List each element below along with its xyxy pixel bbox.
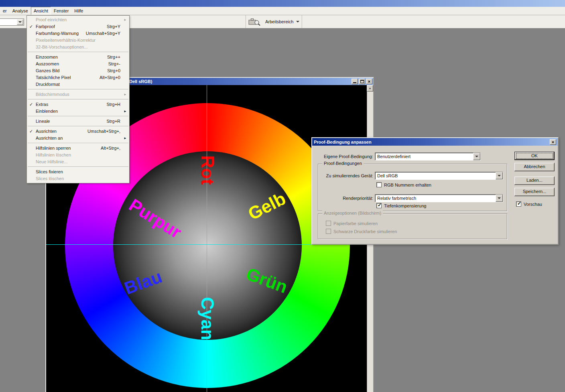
menu-item-label: Neue Hilfslinie...	[36, 159, 67, 164]
options-divider	[302, 15, 302, 28]
close-icon: ×	[366, 79, 372, 84]
rgb-numbers-row: RGB Nummern erhalten	[376, 182, 431, 187]
menu-item-label: Slices löschen	[36, 176, 64, 181]
menubar: er Analyse Ansicht Fenster Hilfe	[0, 7, 565, 15]
menu-item-lineale[interactable]: Lineale Strg+R	[27, 118, 129, 125]
preview-checkbox[interactable]	[516, 201, 521, 207]
custom-condition-select[interactable]: Benutzerdefiniert	[375, 152, 481, 160]
combo-arrow-button[interactable]	[496, 172, 503, 179]
application-titlebar[interactable]	[0, 0, 565, 7]
custom-condition-value: Benutzerdefiniert	[377, 154, 411, 159]
maximize-button[interactable]	[359, 79, 365, 84]
minimize-icon	[353, 82, 356, 83]
simulate-paper-row: Papierfarbe simulieren	[326, 221, 378, 226]
black-point-compensation-label: Tiefenkompensierung	[384, 203, 426, 208]
device-label: Zu simulierendes Gerät:	[323, 173, 373, 178]
menu-item-label: Ausrichten an	[36, 136, 63, 140]
render-intent-value: Relativ farbmetrisch	[377, 196, 416, 201]
menu-item-extras[interactable]: Extras Strg+H	[27, 101, 129, 108]
menu-item-farbumfang-warnung[interactable]: Farbumfang-Warnung Umschalt+Strg+Y	[27, 30, 129, 37]
menu-item-hilfslinien-loeschen[interactable]: Hilfslinien löschen	[27, 152, 129, 158]
menubar-item-partial[interactable]: er	[0, 7, 10, 15]
menu-item-ausrichten[interactable]: Ausrichten Umschalt+Strg+,	[27, 128, 129, 135]
guide-vertical	[207, 85, 207, 392]
render-intent-label: Renderpriorität:	[323, 196, 373, 201]
menu-item-proof-einrichten[interactable]: Proof einrichten ►	[27, 16, 129, 23]
combo-arrow-button[interactable]	[473, 153, 480, 160]
menu-item-druckformat[interactable]: Druckformat	[27, 81, 129, 88]
menu-item-shortcut: Umschalt+Strg+Y	[86, 30, 120, 37]
menubar-item-hilfe[interactable]: Hilfe	[71, 7, 86, 15]
cancel-button[interactable]: Abbrechen	[514, 163, 555, 171]
scroll-up-button[interactable]: ▲	[367, 85, 373, 91]
dialog-close-button[interactable]: ×	[550, 139, 556, 145]
menubar-item-fenster[interactable]: Fenster	[51, 7, 71, 15]
menu-item-pixelseitenverhaeltnis[interactable]: Pixelseitenverhältnis-Korrektur	[27, 37, 129, 44]
simulate-ink-checkbox	[326, 229, 331, 234]
menu-item-32bit-vorschau[interactable]: 32-Bit-Vorschauoptionen...	[27, 44, 129, 51]
simulate-ink-row: Schwarze Druckfarbe simulieren	[326, 229, 397, 234]
combo-arrow-button[interactable]	[17, 19, 23, 25]
menu-item-hilfslinien-sperren[interactable]: Hilfslinien sperren Alt+Strg+,	[27, 145, 129, 152]
black-point-compensation-checkbox[interactable]	[376, 203, 382, 208]
menu-item-slices-fixieren[interactable]: Slices fixieren	[27, 169, 129, 175]
menu-item-shortcut: Strg+Y	[107, 23, 120, 30]
menu-item-label: Tatsächliche Pixel	[36, 75, 71, 80]
preview-label: Vorschau	[524, 202, 542, 207]
device-select[interactable]: Dell sRGB	[375, 172, 503, 180]
save-button[interactable]: Speichern...	[514, 188, 555, 196]
menu-item-neue-hilfslinie[interactable]: Neue Hilfslinie...	[27, 158, 129, 165]
chevron-down-icon	[296, 21, 299, 22]
simulate-paper-label: Papierfarbe simulieren	[333, 221, 378, 226]
menu-item-slices-loeschen[interactable]: Slices löschen	[27, 175, 129, 182]
menu-item-bildschirmmodus[interactable]: Bildschirmmodus ►	[27, 91, 129, 98]
menu-item-label: Druckformat	[36, 82, 60, 87]
window-controls: ×	[352, 79, 372, 84]
menu-item-label: Einblenden	[36, 109, 58, 114]
menu-separator	[28, 116, 128, 117]
rgb-numbers-checkbox[interactable]	[376, 182, 382, 187]
menu-item-label: Auszoomen	[36, 61, 59, 66]
menu-separator	[28, 126, 128, 127]
menu-item-ganzes-bild[interactable]: Ganzes Bild Strg+0	[27, 67, 129, 74]
combo-arrow-button[interactable]	[496, 195, 503, 202]
menu-item-einzoomen[interactable]: Einzoomen Strg++	[27, 54, 129, 61]
menu-item-farbproof[interactable]: Farbproof Strg+Y	[27, 23, 129, 30]
simulate-ink-label: Schwarze Druckfarbe simulieren	[333, 229, 397, 234]
menu-item-shortcut: Strg+H	[106, 101, 120, 108]
menu-item-label: Ausrichten	[36, 129, 57, 134]
submenu-arrow-icon: ►	[124, 16, 127, 23]
submenu-arrow-icon: ►	[124, 135, 127, 142]
render-intent-select[interactable]: Relativ farbmetrisch	[375, 194, 503, 202]
minimize-button[interactable]	[352, 79, 358, 84]
device-value: Dell sRGB	[377, 173, 398, 178]
close-button[interactable]: ×	[366, 79, 372, 84]
menu-item-auszoomen[interactable]: Auszoomen Strg+-	[27, 61, 129, 67]
menu-item-label: Hilfslinien sperren	[36, 146, 71, 150]
dialog-titlebar[interactable]: Proof-Bedingung anpassen ×	[312, 138, 558, 146]
menu-item-shortcut: Strg+R	[106, 118, 120, 125]
workspace-icon	[248, 18, 260, 26]
menu-item-label: Pixelseitenverhältnis-Korrektur	[36, 38, 96, 43]
document-title: Dell sRGB)	[129, 79, 152, 84]
workspace-icon-button[interactable]	[248, 17, 261, 26]
menu-item-label: Farbproof	[36, 24, 55, 29]
menu-item-label: Farbumfang-Warnung	[36, 31, 79, 36]
menu-separator	[28, 89, 128, 90]
dialog-title: Proof-Bedingung anpassen	[314, 140, 372, 144]
simulate-paper-checkbox	[326, 221, 331, 226]
chevron-down-icon	[18, 21, 22, 23]
ok-button[interactable]: OK	[514, 152, 555, 160]
menu-item-label: Slices fixieren	[36, 169, 63, 174]
view-menu: Proof einrichten ► Farbproof Strg+Y Farb…	[26, 15, 130, 183]
load-button[interactable]: Laden...	[514, 177, 555, 185]
menu-item-label: 32-Bit-Vorschauoptionen...	[36, 45, 88, 49]
menubar-item-ansicht[interactable]: Ansicht	[31, 7, 51, 15]
menubar-item-analyse[interactable]: Analyse	[10, 7, 31, 15]
tool-options-combo[interactable]	[0, 18, 24, 26]
menu-item-einblenden[interactable]: Einblenden ►	[27, 108, 129, 115]
workspace-dropdown-button[interactable]: Arbeitsbereich	[264, 15, 301, 28]
custom-condition-label: Eigene Proof-Bedingung:	[318, 154, 373, 159]
menu-item-ausrichten-an[interactable]: Ausrichten an ►	[27, 135, 129, 142]
menu-item-tatsaechliche-pixel[interactable]: Tatsächliche Pixel Alt+Strg+0	[27, 74, 129, 81]
